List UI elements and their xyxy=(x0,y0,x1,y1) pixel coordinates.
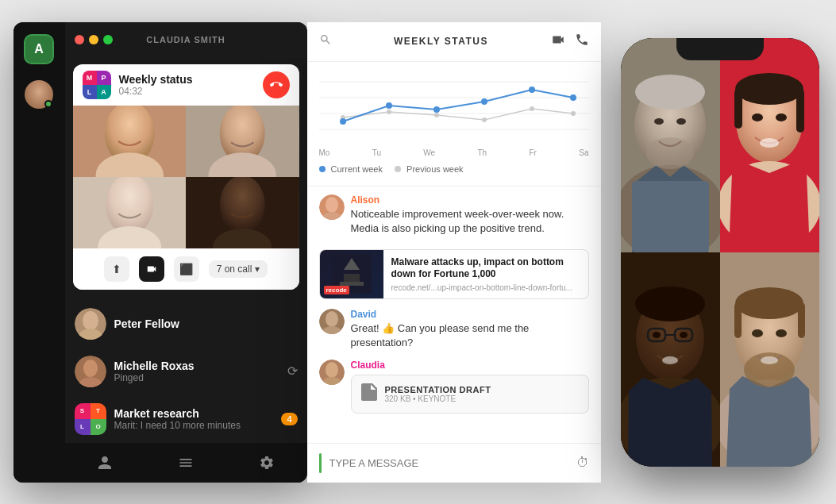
svg-point-27 xyxy=(571,111,576,116)
search-svg xyxy=(319,33,332,46)
call-group-icon: M P L A xyxy=(83,71,111,99)
alison-avatar xyxy=(319,194,345,220)
phone-cell-3 xyxy=(621,252,720,467)
chart-labels: Mo Tu We Th Fr Sa xyxy=(319,145,589,160)
close-button[interactable] xyxy=(75,35,84,44)
michelle-name: Michelle Roxas xyxy=(114,360,279,372)
message-claudia: Claudia PRESENTATION DRAFT 320 KB • KEYN… xyxy=(319,360,589,414)
conversation-item-market[interactable]: S T L O Market research Marit: I need 10… xyxy=(65,395,307,443)
file-info: PRESENTATION DRAFT 320 KB • KEYNOTE xyxy=(385,385,579,403)
on-call-text: 7 on call xyxy=(217,264,252,275)
upload-ctrl[interactable]: ⬆ xyxy=(104,256,129,282)
nav-profile-icon[interactable] xyxy=(89,447,121,479)
messages-area: Alison Noticeable improvement week-over-… xyxy=(307,187,601,443)
peter-avatar xyxy=(75,308,106,340)
label-tu: Tu xyxy=(372,148,381,157)
phone-cell-2 xyxy=(720,38,819,252)
on-call-badge[interactable]: 7 on call ▾ xyxy=(209,260,268,278)
group-letter-l: L xyxy=(75,419,91,435)
svg-point-30 xyxy=(433,106,440,113)
face-svg-4 xyxy=(186,177,299,248)
market-badge: 4 xyxy=(281,413,297,425)
icon-letter-m: M xyxy=(83,71,97,85)
camera-icon xyxy=(146,264,157,275)
video-cell-2 xyxy=(186,106,299,177)
camera-ctrl[interactable] xyxy=(139,256,164,282)
svg-point-81 xyxy=(752,329,763,337)
label-mo: Mo xyxy=(319,148,330,157)
news-card[interactable]: recode Malware attacks up, impact on bot… xyxy=(319,249,589,299)
peter-name: Peter Fellow xyxy=(114,317,298,330)
sidebar: A xyxy=(13,22,65,483)
label-sa: Sa xyxy=(579,148,588,157)
phone-face-4 xyxy=(720,252,819,467)
alison-text: Noticeable improvement week-over-week no… xyxy=(351,207,589,236)
phone-cell-1 xyxy=(621,38,720,252)
conversation-item-peter[interactable]: Peter Fellow xyxy=(65,300,307,348)
minimize-button[interactable] xyxy=(89,35,98,44)
svg-point-82 xyxy=(776,329,787,337)
david-text: Great! 👍 Can you please send me the pres… xyxy=(351,321,589,350)
previous-week-legend: Previous week xyxy=(395,164,464,174)
michelle-info: Michelle Roxas Pinged xyxy=(114,360,279,383)
end-call-button[interactable] xyxy=(263,71,290,98)
michelle-face xyxy=(75,356,106,387)
svg-point-77 xyxy=(735,287,803,319)
svg-point-24 xyxy=(434,113,439,117)
chat-panel: WEEKLY STATUS xyxy=(307,22,601,483)
svg-rect-78 xyxy=(734,302,742,338)
message-david: David Great! 👍 Can you please send me th… xyxy=(319,309,589,350)
label-fr: Fr xyxy=(529,148,536,157)
nav-settings-icon[interactable] xyxy=(251,447,283,479)
message-alison: Alison Noticeable improvement week-over-… xyxy=(319,194,589,236)
svg-point-61 xyxy=(752,113,763,121)
svg-point-52 xyxy=(635,75,705,110)
contact-avatar-wrapper xyxy=(25,80,53,109)
file-attachment[interactable]: PRESENTATION DRAFT 320 KB • KEYNOTE xyxy=(351,375,589,414)
previous-week-label: Previous week xyxy=(406,164,464,174)
person-icon xyxy=(97,455,113,471)
conversation-item-michelle[interactable]: Michelle Roxas Pinged ⟳ xyxy=(65,348,307,395)
market-sub: Marit: I need 10 more minutes xyxy=(114,420,274,431)
face-svg-3 xyxy=(73,177,187,248)
svg-point-63 xyxy=(760,138,779,148)
title-bar: CLAUDIA SMITH xyxy=(65,22,307,58)
market-info: Market research Marit: I need 10 more mi… xyxy=(114,407,274,431)
video-cell-1 xyxy=(73,106,187,177)
svg-point-83 xyxy=(761,356,778,364)
video-cell-4 xyxy=(186,177,299,248)
message-input[interactable] xyxy=(329,457,568,469)
phone-face-3 xyxy=(621,252,720,467)
online-indicator xyxy=(44,100,52,108)
user-avatar[interactable]: A xyxy=(24,34,54,64)
phone-face-1 xyxy=(621,38,720,252)
svg-point-53 xyxy=(654,118,664,125)
face-svg-1 xyxy=(73,106,187,177)
chat-header: WEEKLY STATUS xyxy=(307,22,601,62)
phone-call-icon[interactable] xyxy=(575,33,589,50)
svg-point-67 xyxy=(635,287,705,321)
claudia-content: Claudia PRESENTATION DRAFT 320 KB • KEYN… xyxy=(351,360,589,414)
search-icon[interactable] xyxy=(319,33,332,49)
maximize-button[interactable] xyxy=(103,35,113,44)
alison-face xyxy=(319,194,345,220)
emoji-button[interactable]: ⏱ xyxy=(576,456,589,470)
chart-legend: Current week Previous week xyxy=(319,164,589,174)
chat-title: WEEKLY STATUS xyxy=(340,36,543,47)
screen-ctrl[interactable]: ⬛ xyxy=(174,256,199,282)
file-icon xyxy=(361,383,377,405)
phone-icon xyxy=(575,33,589,47)
video-call-icon[interactable] xyxy=(551,33,565,50)
icon-letter-p: P xyxy=(97,71,111,85)
svg-point-71 xyxy=(653,332,661,338)
nav-menu-icon[interactable] xyxy=(170,447,202,479)
phone-face-2 xyxy=(720,38,819,252)
label-th: Th xyxy=(477,148,487,157)
michelle-sub: Pinged xyxy=(114,372,279,383)
svg-point-72 xyxy=(680,332,688,338)
video-icon xyxy=(551,33,565,47)
group-letter-s: S xyxy=(75,403,91,419)
svg-point-42 xyxy=(326,311,338,327)
previous-dot xyxy=(395,166,401,172)
call-timer: 04:32 xyxy=(119,86,255,97)
